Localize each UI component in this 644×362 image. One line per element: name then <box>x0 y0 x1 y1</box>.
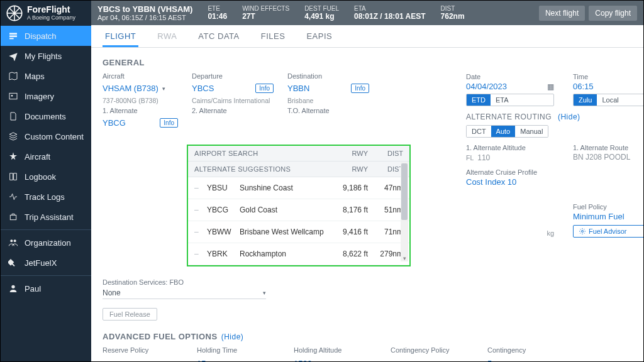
adv-hide[interactable]: (Hide) <box>221 332 244 341</box>
cruise-profile-select[interactable]: Cost Index 10▾ <box>466 177 643 187</box>
user-icon <box>8 283 18 293</box>
aircraft-select[interactable]: VHSAM (B738)▾ <box>103 84 189 93</box>
destination-sub: Brisbane <box>287 97 409 104</box>
nav-custom-content[interactable]: Custom Content <box>1 126 91 146</box>
nav-aircraft[interactable]: Aircraft <box>1 146 91 167</box>
tab-files[interactable]: FILES <box>258 25 288 47</box>
nav-documents[interactable]: Documents <box>1 106 91 126</box>
nav-my-flights[interactable]: My Flights <box>1 46 91 66</box>
reserve-policy-label: Reserve Policy <box>103 346 193 354</box>
time-label: Time <box>573 73 643 80</box>
alt-alt-value[interactable]: 110 <box>477 153 490 162</box>
tab-atc-data[interactable]: ATC DATA <box>196 25 242 47</box>
copy-flight-button[interactable]: Copy flight <box>589 6 637 21</box>
aircraft-icon <box>8 151 18 162</box>
contingency-input[interactable]: 5% <box>487 359 557 361</box>
svg-point-14 <box>582 231 584 233</box>
destination-field[interactable]: YBBN <box>287 84 309 93</box>
nav-user[interactable]: Paul <box>1 278 91 299</box>
alt-row[interactable]: –YBCGGold Coast8,176 ft51nm <box>188 199 409 221</box>
book-icon <box>8 172 18 182</box>
foreflight-logo-icon <box>6 4 23 22</box>
tab-rwa[interactable]: RWA <box>155 25 179 47</box>
alt-row[interactable]: –YBWWBrisbane West Wellcamp9,416 ft71nm <box>188 221 409 243</box>
section-general: GENERAL <box>103 58 632 67</box>
gear-icon <box>579 228 586 235</box>
metric-label: ETA <box>354 5 426 12</box>
chevron-down-icon[interactable]: ▾ <box>401 255 408 261</box>
next-flight-button[interactable]: Next flight <box>539 6 585 21</box>
fuel-advisor-button[interactable]: Fuel Advisor <box>573 225 643 238</box>
brand: ForeFlight A Boeing Company <box>1 1 91 26</box>
svg-point-12 <box>14 239 16 242</box>
scrollbar[interactable]: ▾ <box>401 162 408 261</box>
svg-point-13 <box>11 285 14 288</box>
nav-maps[interactable]: Maps <box>1 66 91 86</box>
rwy-header: RWY <box>333 165 368 173</box>
nav-label: Dispatch <box>25 31 57 41</box>
suitcase-icon <box>8 212 18 222</box>
nav-dispatch[interactable]: Dispatch <box>1 26 91 46</box>
nav-label: Logbook <box>25 172 56 182</box>
nav-jetfuelx[interactable]: JetFuelX <box>1 253 91 273</box>
cruise-profile-label: Alternate Cruise Profile <box>466 168 643 176</box>
alt-row[interactable]: –YBRKRockhampton8,622 ft279nm <box>188 243 409 265</box>
calendar-icon: ▦ <box>547 82 554 91</box>
svg-rect-7 <box>9 38 14 39</box>
nav-label: Trip Assistant <box>25 212 74 222</box>
kg-unit: kg <box>547 229 554 237</box>
alt1-label: 1. Alternate <box>103 107 189 114</box>
alt1-info-button[interactable]: Info <box>160 118 178 128</box>
holding-alt-input[interactable]: 1500ft <box>294 359 373 361</box>
contingency-policy-label: Contingency Policy <box>391 346 484 354</box>
zulu-local-toggle[interactable]: ZuluLocal <box>573 94 643 106</box>
etd-eta-toggle[interactable]: ETDETA <box>466 94 554 106</box>
tab-eapis[interactable]: EAPIS <box>304 25 335 47</box>
nav-imagery[interactable]: Imagery <box>1 86 91 106</box>
plane-icon <box>8 51 18 61</box>
alt-routing-hide[interactable]: (Hide) <box>558 112 580 121</box>
departure-info-button[interactable]: Info <box>255 84 274 93</box>
svg-rect-6 <box>9 35 17 37</box>
tab-flight[interactable]: FLIGHT <box>103 25 138 47</box>
nav-trip-assistant[interactable]: Trip Assistant <box>1 207 91 227</box>
nav-label: Organization <box>25 238 71 248</box>
nav-track-logs[interactable]: Track Logs <box>1 187 91 207</box>
departure-field[interactable]: YBCS <box>192 84 214 93</box>
fuel-policy-select[interactable]: Minimum Fuel▾ <box>573 212 643 221</box>
nav-label: Aircraft <box>25 152 50 162</box>
aircraft-label: Aircraft <box>103 72 189 80</box>
nav-organization[interactable]: Organization <box>1 233 91 253</box>
contingency-policy-select[interactable]: Default▾ <box>391 359 484 361</box>
routing-mode-toggle[interactable]: DCTAutoManual <box>466 125 548 138</box>
alt1-field[interactable]: YBCG <box>103 118 126 128</box>
destination-info-button[interactable]: Info <box>351 84 369 93</box>
dispatch-icon <box>8 31 18 41</box>
topbar: YBCS to YBBN (VHSAM) Apr 04, 06:15Z / 16… <box>91 1 643 25</box>
nav-label: Paul <box>25 284 41 293</box>
fuel-icon <box>8 258 18 268</box>
date-field[interactable]: 04/04/2023▦ <box>466 82 554 91</box>
fuel-release-button[interactable]: Fuel Release <box>103 308 157 321</box>
metric-label: WIND EFFECTS <box>242 5 289 12</box>
contingency-label: Contingency <box>487 346 580 354</box>
reserve-policy-select[interactable]: CASA RPT▾ <box>103 359 193 361</box>
fuel-policy-label: Fuel Policy <box>573 203 643 211</box>
airport-search-header[interactable]: AIRPORT SEARCH <box>194 150 333 157</box>
holding-time-input[interactable]: 15Min <box>197 359 276 361</box>
nav-logbook[interactable]: Logbook <box>1 167 91 187</box>
time-field[interactable]: 06:15Z <box>573 82 643 91</box>
alt2-label: 2. Alternate <box>192 107 285 114</box>
dest-services-select[interactable]: None▾ <box>103 288 266 299</box>
metric-label: DIST <box>441 5 465 12</box>
nav-label: Custom Content <box>25 132 84 141</box>
holding-alt-label: Holding Altitude <box>294 346 387 354</box>
metric-value: 08:01Z / 18:01 AEST <box>354 12 426 21</box>
map-icon <box>8 71 18 81</box>
main-nav: Dispatch My Flights Maps Imagery Documen… <box>1 26 91 299</box>
svg-rect-8 <box>9 93 17 99</box>
stack-icon <box>8 131 18 141</box>
alt-row[interactable]: –YBSUSunshine Coast9,186 ft47nm <box>188 177 409 199</box>
metric-value: 27T <box>242 12 289 21</box>
svg-rect-10 <box>10 215 16 219</box>
